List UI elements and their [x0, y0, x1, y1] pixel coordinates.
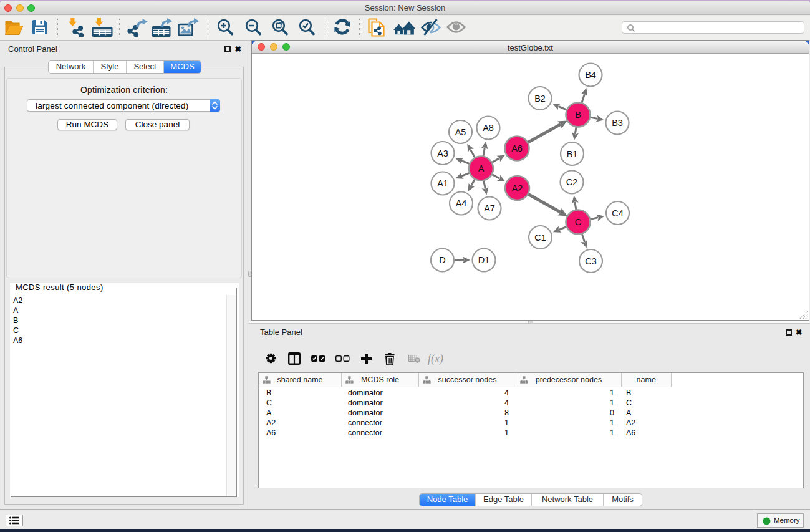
svg-text:B4: B4: [585, 70, 596, 80]
svg-text:C3: C3: [585, 256, 597, 266]
svg-text:C: C: [575, 217, 581, 227]
svg-text:B1: B1: [567, 149, 578, 159]
svg-text:C2: C2: [566, 177, 578, 187]
svg-text:A5: A5: [455, 127, 466, 137]
svg-text:A2: A2: [512, 183, 523, 193]
svg-text:A6: A6: [511, 143, 523, 153]
svg-text:A7: A7: [484, 203, 495, 213]
svg-text:D: D: [439, 255, 445, 265]
svg-text:B3: B3: [612, 118, 623, 128]
svg-text:A8: A8: [483, 123, 494, 133]
svg-text:A3: A3: [437, 148, 448, 158]
svg-text:A1: A1: [437, 178, 448, 188]
svg-text:C4: C4: [612, 208, 624, 218]
svg-text:D1: D1: [478, 255, 490, 265]
svg-text:B2: B2: [534, 94, 546, 104]
svg-text:A4: A4: [456, 198, 467, 208]
svg-text:A: A: [478, 163, 485, 173]
svg-text:B: B: [575, 110, 581, 120]
svg-text:C1: C1: [534, 233, 546, 243]
